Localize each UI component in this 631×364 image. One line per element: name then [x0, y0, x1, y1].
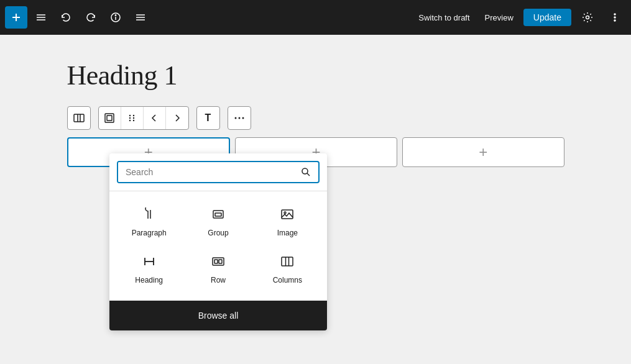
- svg-point-4: [115, 15, 116, 16]
- columns-view-button[interactable]: [68, 107, 90, 129]
- svg-point-9: [614, 14, 615, 15]
- paragraph-icon: [142, 207, 156, 225]
- image-icon: [280, 207, 294, 225]
- move-right-button[interactable]: [166, 107, 188, 129]
- svg-point-23: [234, 117, 236, 119]
- info-button[interactable]: [104, 6, 127, 29]
- block-item-image[interactable]: Image: [253, 199, 322, 246]
- block-toolbar-group-left: [67, 106, 91, 130]
- drag-handle-button[interactable]: [121, 107, 144, 129]
- svg-rect-16: [107, 116, 112, 121]
- svg-rect-12: [74, 114, 84, 122]
- block-item-row-label: Row: [211, 276, 226, 284]
- row-icon: [211, 255, 225, 272]
- svg-point-19: [129, 117, 131, 119]
- svg-point-18: [133, 115, 134, 116]
- move-left-button[interactable]: [144, 107, 166, 129]
- preview-button[interactable]: Preview: [480, 9, 518, 26]
- block-toolbar-group-more: [228, 106, 251, 130]
- switch-to-draft-button[interactable]: Switch to draft: [413, 9, 474, 26]
- svg-point-11: [614, 20, 615, 21]
- block-item-paragraph-label: Paragraph: [132, 229, 167, 237]
- redo-button[interactable]: [80, 6, 102, 29]
- block-selector-button[interactable]: [99, 107, 121, 129]
- search-container: [109, 153, 327, 191]
- block-toolbar: T: [67, 106, 564, 130]
- add-block-button[interactable]: [5, 6, 27, 29]
- block-inserter-dropdown: Paragraph Group Image: [109, 153, 327, 330]
- svg-rect-39: [282, 257, 293, 266]
- svg-rect-37: [214, 260, 218, 263]
- svg-rect-31: [282, 210, 293, 219]
- undo-button[interactable]: [55, 6, 77, 29]
- block-item-heading[interactable]: Heading: [114, 246, 183, 293]
- svg-point-22: [133, 120, 134, 121]
- column-3-block[interactable]: +: [402, 137, 564, 167]
- block-item-paragraph[interactable]: Paragraph: [114, 199, 183, 246]
- toolbar-right: Switch to draft Preview Update: [413, 6, 626, 29]
- heading-block[interactable]: Heading 1: [67, 60, 564, 91]
- add-column-3-icon: +: [479, 143, 487, 161]
- block-item-group[interactable]: Group: [183, 199, 252, 246]
- block-item-group-label: Group: [208, 229, 228, 237]
- svg-rect-30: [215, 213, 221, 216]
- editor-area: Heading 1: [67, 60, 564, 167]
- block-toolbar-group-right: T: [196, 106, 220, 130]
- block-item-heading-label: Heading: [135, 276, 163, 284]
- svg-point-26: [302, 168, 308, 174]
- svg-point-17: [129, 115, 131, 116]
- tools-button[interactable]: [30, 6, 52, 29]
- block-item-columns[interactable]: Columns: [253, 246, 322, 293]
- group-icon: [211, 207, 225, 225]
- svg-point-10: [614, 17, 615, 18]
- more-options-button[interactable]: [604, 6, 626, 29]
- svg-line-27: [307, 173, 310, 176]
- columns-icon: [280, 255, 294, 272]
- browse-all-button[interactable]: Browse all: [109, 301, 327, 330]
- search-button[interactable]: [293, 162, 318, 182]
- search-box: [117, 161, 320, 183]
- top-toolbar: Switch to draft Preview Update: [0, 0, 631, 35]
- svg-point-20: [133, 117, 134, 119]
- block-more-options-button[interactable]: [228, 107, 251, 129]
- settings-button[interactable]: [576, 6, 599, 29]
- list-view-button[interactable]: [129, 6, 152, 29]
- svg-point-25: [242, 117, 244, 119]
- search-input[interactable]: [118, 162, 293, 182]
- svg-rect-38: [219, 260, 222, 263]
- block-item-columns-label: Columns: [273, 276, 302, 284]
- transform-button[interactable]: T: [197, 107, 219, 129]
- block-grid: Paragraph Group Image: [109, 191, 327, 301]
- svg-point-21: [129, 120, 131, 121]
- svg-point-32: [284, 212, 286, 214]
- svg-point-24: [238, 117, 240, 119]
- block-item-image-label: Image: [277, 229, 298, 237]
- block-item-row[interactable]: Row: [183, 246, 252, 293]
- svg-point-8: [586, 16, 589, 19]
- heading-icon: [142, 255, 156, 272]
- svg-rect-15: [105, 114, 114, 122]
- block-toolbar-group-center: [98, 106, 189, 130]
- update-button[interactable]: Update: [523, 9, 571, 26]
